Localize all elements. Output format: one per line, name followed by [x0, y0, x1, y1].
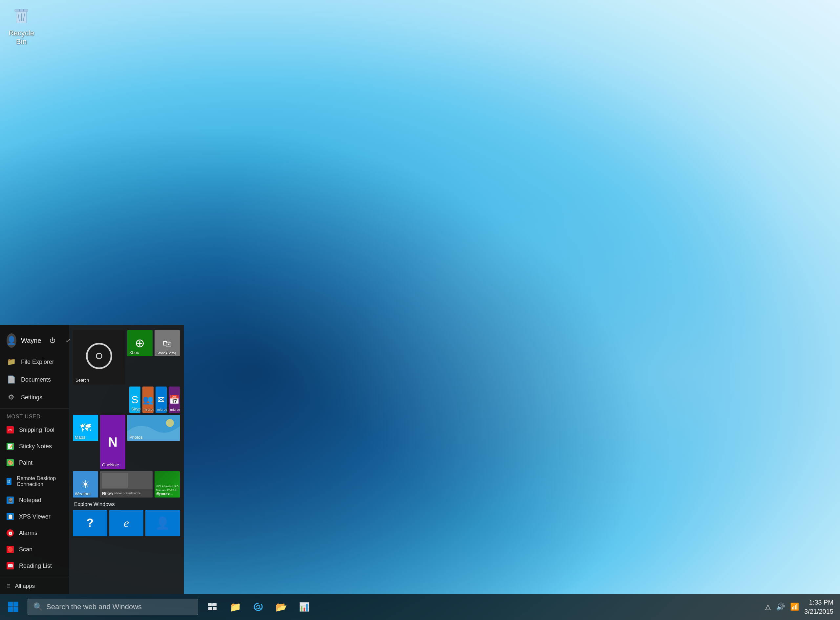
xps-viewer-label: XPS Viewer — [19, 513, 51, 520]
tile-photos[interactable]: Photos — [128, 415, 180, 441]
msft3-tile-label: microsoft.windo... — [170, 408, 180, 411]
paint-label: Paint — [19, 459, 33, 466]
reading-list-icon: 📖 — [7, 562, 14, 569]
sidebar-item-settings[interactable]: ⚙ Settings — [0, 388, 69, 406]
tile-msft3[interactable]: 📅 microsoft.windo... — [169, 387, 180, 413]
tile-skype[interactable]: S Skype — [129, 387, 140, 413]
tile-sports[interactable]: UCLA beats UAB Blazers 92-75 to advance … — [154, 471, 180, 498]
svg-rect-11 — [14, 602, 18, 606]
volume-icon[interactable]: 🔊 — [776, 603, 785, 611]
onenote-icon: N — [108, 435, 117, 450]
all-apps-button[interactable]: ≡ All apps — [0, 578, 69, 594]
svg-rect-10 — [8, 602, 13, 606]
sidebar-item-remote-desktop[interactable]: 🖥 Remote Desktop Connection — [0, 471, 69, 492]
notifications-icon[interactable]: △ — [765, 603, 771, 611]
msft2-tile-label: microsoft.windo... — [157, 408, 166, 411]
system-clock[interactable]: 1:33 PM 3/21/2015 — [804, 597, 833, 616]
file-explorer-icon: 📁 — [7, 358, 16, 366]
svg-rect-1 — [15, 9, 28, 12]
start-menu-tiles: Search ⊕ Xbox 🛍 Store (Beta) S Skype 👥 m… — [69, 325, 184, 594]
sidebar-item-notepad[interactable]: 📓 Notepad — [0, 492, 69, 508]
start-menu: 👤 Wayne ⏻ ⤢ 📁 File Explorer 📄 Documents … — [0, 325, 184, 594]
svg-rect-16 — [208, 607, 212, 610]
tile-news[interactable]: Off-duty officer posted booze News — [100, 471, 153, 498]
sidebar-item-documents[interactable]: 📄 Documents — [0, 371, 69, 388]
system-tray: △ 🔊 📶 1:33 PM 3/21/2015 — [765, 597, 840, 616]
scan-icon: 🔴 — [7, 546, 14, 553]
start-button[interactable] — [0, 594, 26, 620]
svg-rect-17 — [213, 607, 217, 610]
edge-icon: e — [124, 516, 129, 530]
start-menu-user[interactable]: 👤 Wayne ⏻ ⤢ — [0, 328, 69, 353]
tile-msft2[interactable]: ✉ microsoft.windo... — [156, 387, 166, 413]
windows-logo-icon — [7, 601, 19, 613]
explore-label: Explore Windows — [73, 501, 180, 507]
recycle-bin[interactable]: Recycle Bin — [7, 7, 36, 46]
taskbar-folders[interactable]: 📂 — [270, 594, 292, 620]
sidebar-item-paint[interactable]: 🎨 Paint — [0, 454, 69, 471]
tile-msft1[interactable]: 👥 microsoft.windo... — [142, 387, 154, 413]
snipping-tool-icon: ✂ — [7, 426, 14, 433]
snipping-tool-label: Snipping Tool — [19, 427, 54, 433]
start-menu-left-panel: 👤 Wayne ⏻ ⤢ 📁 File Explorer 📄 Documents … — [0, 325, 69, 594]
paint-icon: 🎨 — [7, 459, 14, 466]
most-used-label: Most used — [0, 411, 69, 422]
sidebar-item-reading-list[interactable]: 📖 Reading List — [0, 558, 69, 574]
weather-tile-label: Weather — [75, 491, 91, 496]
alarms-icon: ⏰ — [7, 529, 14, 537]
all-apps-label: All apps — [15, 583, 35, 590]
sidebar-item-xps-viewer[interactable]: 📋 XPS Viewer — [0, 508, 69, 525]
reading-list-label: Reading List — [19, 563, 52, 569]
remote-desktop-label: Remote Desktop Connection — [17, 476, 62, 487]
taskbar-apps: 📁 📂 📊 — [201, 594, 316, 620]
taskbar-task-view[interactable] — [201, 594, 224, 620]
onenote-tile-label: OneNote — [102, 462, 119, 467]
msft1-tile-label: microsoft.windo... — [144, 408, 154, 411]
sidebar-item-snipping-tool[interactable]: ✂ Snipping Tool — [0, 422, 69, 438]
svg-point-5 — [166, 419, 174, 427]
sticky-notes-icon: 📝 — [7, 443, 14, 450]
xps-viewer-icon: 📋 — [7, 513, 14, 520]
explore-tile-store2[interactable]: 👤 — [146, 510, 180, 536]
tile-weather[interactable]: ☀ Weather — [73, 471, 98, 498]
msft1-icon: 👥 — [143, 395, 153, 405]
clock-time: 1:33 PM — [804, 597, 833, 607]
tile-onenote[interactable]: N OneNote — [100, 415, 125, 469]
all-apps-icon: ≡ — [7, 582, 10, 590]
user-name: Wayne — [21, 337, 41, 345]
taskbar-edge[interactable] — [247, 594, 270, 620]
tile-maps[interactable]: 🗺 Maps — [73, 415, 98, 441]
svg-rect-8 — [102, 473, 128, 488]
sidebar-item-scan[interactable]: 🔴 Scan — [0, 541, 69, 558]
sidebar-item-sticky-notes[interactable]: 📝 Sticky Notes — [0, 438, 69, 454]
photos-tile-label: Photos — [129, 435, 142, 440]
store-icon: 🛍 — [162, 338, 172, 349]
sidebar-item-alarms[interactable]: ⏰ Alarms — [0, 525, 69, 541]
file-explorer-taskbar-icon: 📁 — [230, 602, 241, 612]
file-explorer-label: File Explorer — [21, 359, 54, 366]
tile-store[interactable]: 🛍 Store (Beta) — [154, 330, 180, 356]
sidebar-item-file-explorer[interactable]: 📁 File Explorer — [0, 353, 69, 371]
tile-xbox[interactable]: ⊕ Xbox — [128, 330, 153, 356]
tile-search[interactable]: Search — [73, 330, 125, 385]
recycle-bin-label: Recycle Bin — [7, 29, 36, 46]
documents-icon: 📄 — [7, 375, 16, 384]
svg-rect-15 — [212, 603, 217, 606]
taskbar-app5[interactable]: 📊 — [292, 594, 316, 620]
svg-rect-12 — [8, 607, 13, 612]
power-button[interactable]: ⏻ — [46, 334, 59, 347]
network-icon[interactable]: 📶 — [790, 603, 799, 611]
search-icon: 🔍 — [33, 602, 43, 611]
search-tile-label: Search — [75, 378, 89, 382]
msft2-icon: ✉ — [158, 395, 165, 405]
task-view-icon — [207, 602, 217, 612]
explore-section: Explore Windows ? e 👤 — [73, 501, 180, 536]
svg-rect-14 — [208, 603, 212, 606]
explore-tile-cortana[interactable]: ? — [73, 510, 107, 536]
taskbar-file-explorer[interactable]: 📁 — [224, 594, 247, 620]
taskbar-search-bar[interactable]: 🔍 Search the web and Windows — [28, 599, 198, 615]
explore-tile-edge[interactable]: e — [109, 510, 144, 536]
folders-taskbar-icon: 📂 — [276, 602, 287, 612]
svg-rect-13 — [14, 607, 18, 612]
alarms-label: Alarms — [19, 530, 38, 537]
